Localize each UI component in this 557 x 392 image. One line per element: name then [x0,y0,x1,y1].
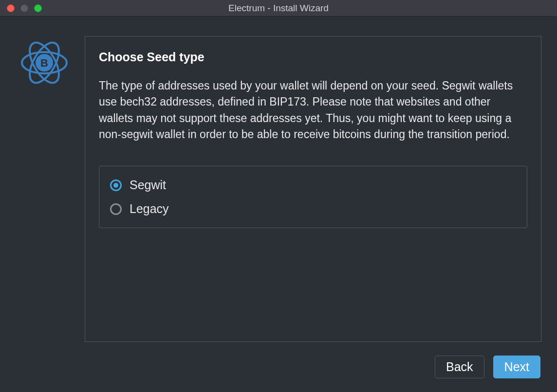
next-button[interactable]: Next [493,356,540,378]
svg-text:B: B [40,57,48,69]
radio-dot-icon [113,183,118,188]
content-area: B Choose Seed type The type of addresses… [0,17,557,392]
back-button[interactable]: Back [435,356,484,378]
zoom-icon[interactable] [34,4,42,12]
logo-column: B [18,36,71,342]
radio-label: Legacy [130,202,169,216]
wizard-heading: Choose Seed type [99,50,527,64]
radio-icon [110,203,122,215]
wizard-description: The type of addresses used by your walle… [99,78,527,143]
radio-icon [110,179,122,191]
close-icon[interactable] [7,4,15,12]
minimize-icon[interactable] [20,4,28,12]
radio-option-legacy[interactable]: Legacy [110,197,516,218]
electrum-logo-icon: B [18,36,71,89]
wizard-panel: Choose Seed type The type of addresses u… [85,36,541,342]
titlebar: Electrum - Install Wizard [0,0,557,17]
radio-label: Segwit [130,178,166,192]
traffic-lights [7,4,42,12]
main-row: B Choose Seed type The type of addresses… [18,36,541,342]
radio-option-segwit[interactable]: Segwit [110,176,516,197]
seed-type-options: Segwit Legacy [99,166,527,228]
button-row: Back Next [18,356,541,383]
window-title: Electrum - Install Wizard [0,3,557,14]
